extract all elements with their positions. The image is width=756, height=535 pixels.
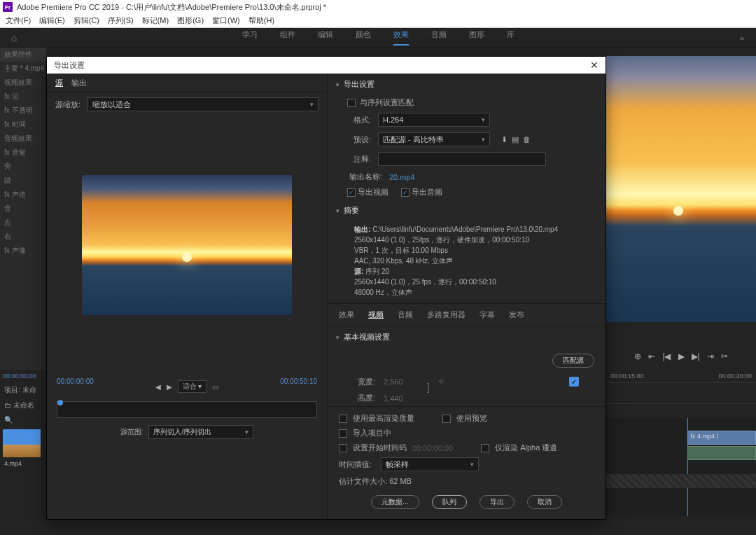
link-icon[interactable]: ] xyxy=(427,382,430,393)
est-value: 62 MB xyxy=(389,477,412,485)
source-range-dropdown[interactable]: 序列切入/序列切出▾ xyxy=(148,425,253,439)
tab-publish[interactable]: 发布 xyxy=(509,310,524,320)
thumb-label: 4.mp4 xyxy=(0,460,46,467)
format-dropdown[interactable]: H.264▾ xyxy=(378,113,490,127)
ws-tab-audio[interactable]: 音频 xyxy=(431,29,447,46)
aspect-icon[interactable]: ▭ xyxy=(212,383,218,391)
preset-label: 预设: xyxy=(347,134,371,145)
timeline-tracks[interactable]: fx 4.mp4 / xyxy=(606,418,756,516)
alpha-only-checkbox[interactable] xyxy=(481,444,489,452)
metadata-button[interactable]: 元数据... xyxy=(371,495,419,509)
menu-edit[interactable]: 编辑(E) xyxy=(39,15,65,26)
menu-sequence[interactable]: 序列(S) xyxy=(108,15,134,26)
step-back-icon[interactable]: |◀ xyxy=(662,352,671,361)
source-scale-dropdown[interactable]: 缩放以适合▾ xyxy=(88,97,318,111)
ws-tab-library[interactable]: 库 xyxy=(507,29,514,46)
preset-dropdown[interactable]: 匹配源 - 高比特率▾ xyxy=(378,132,490,146)
summary-header: 摘要 xyxy=(344,205,359,216)
match-width-toggle[interactable]: ✓ xyxy=(569,377,579,387)
step-fwd-icon[interactable]: ▶| xyxy=(692,352,700,361)
titlebar: Pr Adobe Premiere Pro CC 2019 - C:\用户\li… xyxy=(0,0,756,14)
project-tab[interactable]: 项目: 未命 xyxy=(0,382,46,398)
export-frame-icon[interactable]: ✂ xyxy=(721,352,728,361)
width-value[interactable]: 2,560 xyxy=(384,377,419,386)
menu-help[interactable]: 帮助(H) xyxy=(248,15,274,26)
cancel-button[interactable]: 取消 xyxy=(527,495,562,509)
menu-marker[interactable]: 标记(M) xyxy=(142,15,169,26)
import-project-checkbox[interactable] xyxy=(339,429,347,438)
export-video-checkbox[interactable]: ✓ xyxy=(347,188,356,197)
delete-preset-icon[interactable]: 🗑 xyxy=(523,135,531,144)
source-range-label: 源范围: xyxy=(120,427,144,437)
ws-tab-assembly[interactable]: 组件 xyxy=(280,29,295,46)
source-preview-panel: 源 输出 源缩放: 缩放以适合▾ 00:00:00:00 ◀ ▶ xyxy=(47,74,327,519)
workspace-tabs: ⌂ 学习 组件 编辑 颜色 效果 音频 图形 库 » xyxy=(0,28,756,48)
source-preview-image[interactable] xyxy=(82,175,292,315)
title-app: Adobe Premiere Pro CC 2019 xyxy=(17,3,119,11)
max-quality-checkbox[interactable] xyxy=(339,415,347,423)
ws-overflow-icon[interactable]: » xyxy=(728,34,756,42)
home-icon[interactable]: ⌂ xyxy=(0,32,28,43)
menu-graphics[interactable]: 图形(G) xyxy=(177,15,204,26)
title-path: C:\用户\linfu\文档\Adobe\Premiere Pro\13.0\未… xyxy=(126,2,326,13)
match-source-button[interactable]: 匹配源 xyxy=(552,354,594,368)
source-scale-label: 源缩放: xyxy=(55,99,80,110)
add-marker-icon[interactable]: ⊕ xyxy=(634,352,641,361)
tab-captions[interactable]: 字幕 xyxy=(479,310,495,320)
play-icon[interactable]: ▶ xyxy=(167,383,172,391)
ws-tab-color[interactable]: 颜色 xyxy=(356,29,371,46)
ws-tab-editing[interactable]: 编辑 xyxy=(318,29,333,46)
tab-audio[interactable]: 音频 xyxy=(398,310,413,320)
twirl-icon[interactable]: ▾ xyxy=(336,334,340,341)
tab-effects[interactable]: 效果 xyxy=(339,310,354,320)
height-label: 高度: xyxy=(347,393,375,403)
goto-out-icon[interactable]: ⇥ xyxy=(707,352,714,361)
menu-window[interactable]: 窗口(W) xyxy=(212,15,240,26)
project-panel: 00:00:00:00 项目: 未命 🗀 未命名 🔍 4.mp4 xyxy=(0,370,46,535)
in-timecode[interactable]: 00:00:00:00 xyxy=(57,377,94,396)
ws-tab-graphics[interactable]: 图形 xyxy=(469,29,484,46)
play-icon[interactable]: ▶ xyxy=(678,352,685,361)
effect-controls-panel: 效果控件 主要 * 4.mp4 视频效果 fx 运 fx 不透明 fx 时间 音… xyxy=(0,48,46,398)
menubar[interactable]: 文件(F) 编辑(E) 剪辑(C) 序列(S) 标记(M) 图形(G) 窗口(W… xyxy=(0,14,756,28)
twirl-icon[interactable]: ▾ xyxy=(336,81,340,88)
menu-file[interactable]: 文件(F) xyxy=(6,15,31,26)
twirl-icon[interactable]: ▾ xyxy=(336,207,340,214)
playhead-handle[interactable] xyxy=(57,400,63,405)
start-timecode-checkbox[interactable] xyxy=(339,444,347,452)
time-interp-dropdown[interactable]: 帧采样▾ xyxy=(381,457,479,471)
tab-source[interactable]: 源 xyxy=(55,78,63,88)
out-timecode[interactable]: 00:00:50:10 xyxy=(280,377,317,396)
goto-in-icon[interactable]: ⇤ xyxy=(648,352,655,361)
ws-tab-learn[interactable]: 学习 xyxy=(242,29,258,46)
height-value[interactable]: 1,440 xyxy=(384,394,419,403)
tab-video[interactable]: 视频 xyxy=(368,310,384,320)
comment-input[interactable] xyxy=(378,152,546,166)
fit-dropdown[interactable]: 适合 ▾ xyxy=(178,380,207,393)
tab-output[interactable]: 输出 xyxy=(71,78,87,88)
match-sequence-checkbox[interactable] xyxy=(347,99,356,107)
project-thumbnail[interactable] xyxy=(3,429,41,457)
timeline-ruler[interactable]: 00:00:15:00 00:00:20:00 xyxy=(606,370,756,383)
queue-button[interactable]: 队列 xyxy=(432,495,467,509)
summary-block: 输出: C:\Users\linfu\Documents\Adobe\Premi… xyxy=(328,221,606,303)
use-preview-checkbox[interactable] xyxy=(442,415,451,423)
ws-tab-effects[interactable]: 效果 xyxy=(393,29,409,46)
prev-frame-icon[interactable]: ◀ xyxy=(155,383,161,391)
search-icon[interactable]: 🔍 xyxy=(0,413,46,426)
range-slider[interactable] xyxy=(57,401,317,418)
export-audio-checkbox[interactable]: ✓ xyxy=(401,188,410,197)
save-preset-icon[interactable]: ⬇ xyxy=(501,135,507,144)
menu-clip[interactable]: 剪辑(C) xyxy=(74,15,99,26)
import-preset-icon[interactable]: ▤ xyxy=(512,135,519,144)
audio-clip[interactable] xyxy=(687,446,756,460)
start-tc-value: 00:00:00:00 xyxy=(412,444,453,452)
close-icon[interactable]: ✕ xyxy=(590,60,598,71)
export-button[interactable]: 导出 xyxy=(479,495,514,509)
project-bin-icon[interactable]: 🗀 未命名 xyxy=(0,398,46,413)
video-clip[interactable]: fx 4.mp4 / xyxy=(687,431,756,445)
tab-multiplexer[interactable]: 多路复用器 xyxy=(427,310,465,320)
output-name-link[interactable]: 20.mp4 xyxy=(389,173,415,181)
program-monitor[interactable] xyxy=(606,56,756,322)
settings-tabs: 效果 视频 音频 多路复用器 字幕 发布 xyxy=(328,303,606,326)
